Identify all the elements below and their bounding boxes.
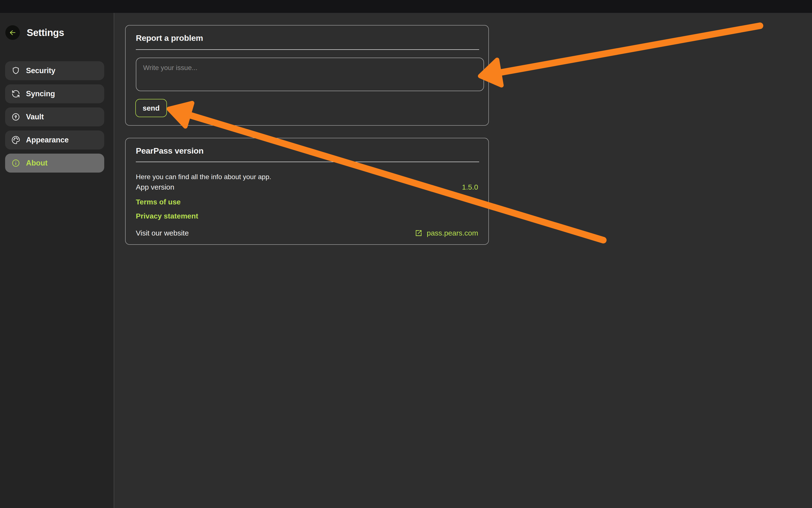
report-problem-title: Report a problem — [136, 33, 203, 43]
divider — [136, 162, 479, 162]
website-link[interactable]: pass.pears.com — [414, 229, 478, 237]
sidebar-item-security[interactable]: Security — [5, 61, 104, 80]
privacy-statement-link[interactable]: Privacy statement — [136, 212, 198, 220]
report-problem-card: Report a problem send — [125, 25, 489, 126]
back-button[interactable] — [5, 25, 20, 40]
sidebar-item-label: Syncing — [26, 89, 55, 98]
shield-icon — [11, 67, 20, 75]
app-version-value: 1.5.0 — [462, 183, 478, 191]
terms-of-use-link[interactable]: Terms of use — [136, 198, 181, 206]
sidebar-item-label: Security — [26, 67, 55, 75]
external-link-icon — [414, 229, 423, 237]
sidebar-item-label: About — [26, 159, 48, 167]
website-label: Visit our website — [136, 229, 189, 237]
sidebar-item-vault[interactable]: Vault — [5, 108, 104, 126]
palette-icon — [11, 136, 20, 144]
app-version-row: App version 1.5.0 — [136, 182, 478, 192]
settings-page: Settings Security — [0, 0, 812, 508]
sync-icon — [11, 89, 20, 98]
app-version-label: App version — [136, 183, 174, 191]
keyhole-icon — [11, 113, 20, 121]
sidebar-item-label: Appearance — [26, 136, 69, 144]
sidebar-item-about[interactable]: About — [5, 154, 104, 173]
settings-sidebar: Settings Security — [0, 13, 114, 508]
sidebar-item-syncing[interactable]: Syncing — [5, 84, 104, 103]
version-card-description: Here you can find all the info about you… — [136, 173, 271, 181]
window-titlebar — [0, 0, 812, 13]
annotation-arrow-textarea — [480, 26, 760, 85]
divider — [136, 49, 479, 50]
sidebar-nav: Security Syncing — [5, 61, 104, 177]
arrow-left-icon — [8, 29, 17, 37]
website-row: Visit our website pass.pears.com — [136, 228, 478, 239]
sidebar-header: Settings — [5, 25, 107, 40]
sidebar-item-appearance[interactable]: Appearance — [5, 130, 104, 150]
website-url: pass.pears.com — [426, 229, 478, 237]
issue-textarea[interactable] — [136, 57, 484, 91]
page-title: Settings — [27, 27, 64, 38]
version-card: PearPass version Here you can find all t… — [125, 138, 489, 245]
info-icon — [11, 159, 20, 167]
send-button[interactable]: send — [135, 99, 167, 117]
sidebar-item-label: Vault — [26, 113, 44, 121]
version-card-title: PearPass version — [136, 146, 204, 156]
